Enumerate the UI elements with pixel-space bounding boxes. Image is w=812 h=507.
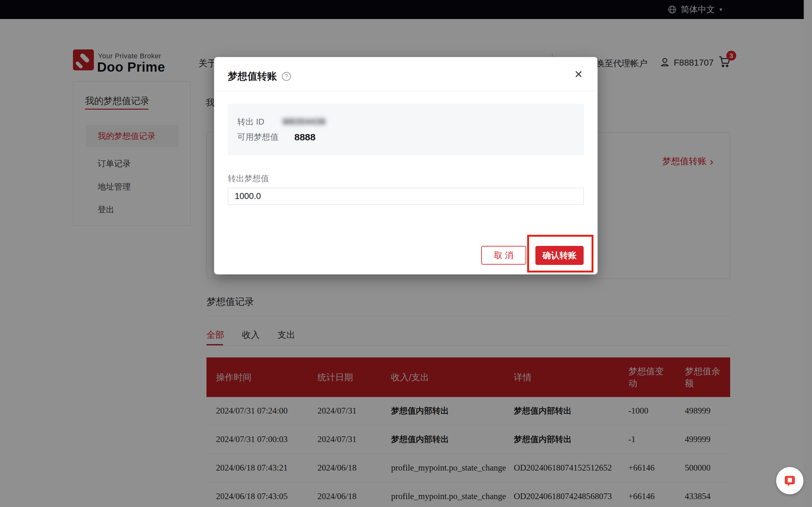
from-id-row: 转出 ID M8354438 bbox=[237, 116, 326, 127]
close-icon[interactable]: ✕ bbox=[574, 69, 583, 79]
chat-bubble-icon bbox=[782, 473, 797, 488]
from-id-value: M8354438 bbox=[283, 117, 326, 127]
live-chat-button[interactable] bbox=[776, 467, 803, 494]
page: 简体中文 ▾ Your Private Broker Doo Prime 关于理… bbox=[0, 0, 812, 507]
help-icon[interactable]: ? bbox=[282, 72, 291, 81]
points-transfer-modal: 梦想值转账 ? ✕ 转出 ID M8354438 可用梦想值 8888 转出梦想… bbox=[214, 57, 598, 274]
from-id-label: 转出 ID bbox=[237, 116, 264, 127]
available-points-label: 可用梦想值 bbox=[237, 131, 278, 143]
transfer-amount-input[interactable] bbox=[228, 187, 584, 205]
available-points-row: 可用梦想值 8888 bbox=[237, 131, 316, 143]
modal-divider bbox=[214, 91, 598, 91]
modal-title: 梦想值转账 bbox=[228, 70, 277, 83]
transfer-info-box: 转出 ID M8354438 可用梦想值 8888 bbox=[228, 104, 584, 155]
cancel-button[interactable]: 取 消 bbox=[481, 246, 526, 265]
modal-title-row: 梦想值转账 ? bbox=[228, 70, 291, 83]
available-points-value: 8888 bbox=[294, 132, 316, 143]
confirm-transfer-button[interactable]: 确认转账 bbox=[536, 246, 583, 265]
transfer-amount-label: 转出梦想值 bbox=[228, 173, 269, 184]
